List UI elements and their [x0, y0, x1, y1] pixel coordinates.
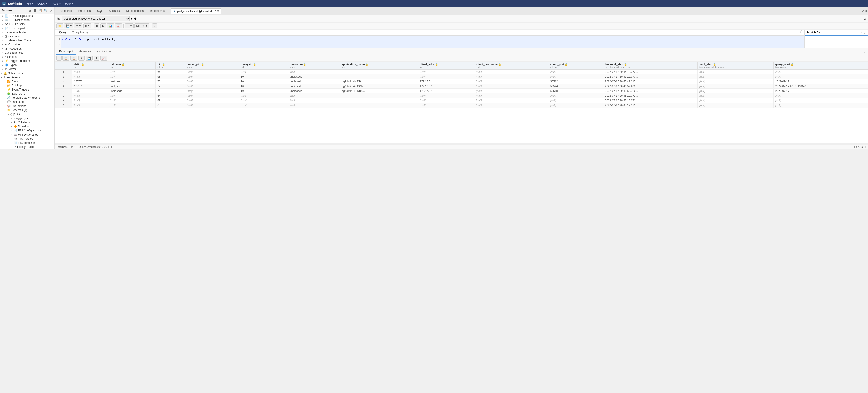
- browser-search-icon[interactable]: 🔍: [43, 8, 48, 13]
- scratch-pad-expand-icon[interactable]: ⤢: [864, 31, 866, 34]
- col-header-client_hostname[interactable]: client_hostname 🔒text: [474, 62, 549, 69]
- tab-dashboard[interactable]: Dashboard: [55, 8, 75, 14]
- tab-statistics[interactable]: Statistics: [105, 8, 123, 14]
- col-header-client_addr[interactable]: client_addr 🔒inet: [418, 62, 474, 69]
- horizontal-scrollbar[interactable]: [55, 143, 868, 145]
- tree-item[interactable]: ▾◇public: [0, 112, 54, 116]
- tree-item[interactable]: ›()Procedures: [0, 47, 54, 51]
- tree-item[interactable]: ›🗃Foreign Tables: [0, 145, 54, 149]
- tree-item[interactable]: ›🔷Types: [0, 63, 54, 67]
- col-header-pid[interactable]: pid 🔒integer: [156, 62, 185, 69]
- col-header-query_start[interactable]: query_start 🔒timestamp: [773, 62, 868, 69]
- tree-item[interactable]: ›🔁Casts: [0, 79, 54, 83]
- col-header-datid[interactable]: datid 🔒oid: [72, 62, 108, 69]
- save-btn[interactable]: 💾 ▾: [64, 23, 73, 28]
- tab-close-btn[interactable]: ×: [217, 9, 219, 13]
- col-header-backend_start[interactable]: backend_start 🔒timestamp with time zone: [603, 62, 698, 69]
- tree-item[interactable]: ›AaFTS Parsers: [0, 137, 54, 141]
- panel-restore-icon[interactable]: ↺: [864, 17, 866, 21]
- col-header-leader_pid[interactable]: leader_pid 🔒integer: [185, 62, 239, 69]
- tree-item[interactable]: ›🔔Subscriptions: [0, 71, 54, 75]
- save-data-btn[interactable]: 💾: [86, 56, 93, 61]
- tree-item[interactable]: ›⚡Trigger Functions: [0, 59, 54, 63]
- tab-properties[interactable]: Properties: [75, 8, 94, 14]
- table-row[interactable]: 7[null][null]63[null][null][null][null][…: [55, 98, 868, 103]
- scratch-pad-textarea[interactable]: [805, 36, 868, 48]
- table-row[interactable]: 413757postgres77[null]10unbiasedcpgAdmin…: [55, 84, 868, 89]
- edit-btn[interactable]: ✏ ▾: [74, 23, 82, 28]
- tree-item[interactable]: ▾🗄unbiasedc: [0, 75, 54, 79]
- col-header-application_name[interactable]: application_name 🔒text: [340, 62, 418, 69]
- delete-row-btn[interactable]: 🗑: [79, 56, 85, 61]
- run-btn[interactable]: ▶: [100, 23, 106, 28]
- tree-item[interactable]: ›🗃Foreign Tables: [0, 30, 54, 34]
- tree-item[interactable]: ▾📁Schemas (1): [0, 108, 54, 112]
- more-btn[interactable]: ⋮ ▾: [125, 23, 133, 28]
- add-row-btn[interactable]: +: [56, 56, 62, 61]
- browser-properties-icon[interactable]: 📋: [38, 8, 42, 13]
- tree-item[interactable]: ›📄FTS Configurations: [0, 14, 54, 18]
- chart-btn[interactable]: 📈: [100, 56, 107, 61]
- query-expand-icon[interactable]: ⤢: [800, 30, 803, 35]
- tree-item[interactable]: ›📄FTS Configurations: [0, 129, 54, 133]
- download-btn[interactable]: ⬇: [94, 56, 99, 61]
- explain-btn[interactable]: 📊: [107, 23, 114, 28]
- tree-item[interactable]: ›🔗Foreign Data Wrappers: [0, 96, 54, 100]
- tree-item[interactable]: ›⚙Operators: [0, 43, 54, 47]
- col-header-username[interactable]: username 🔒name: [288, 62, 340, 69]
- table-row[interactable]: 2[null][null]68[null]10unbiasedc[null][n…: [55, 74, 868, 79]
- tab-expand-icon[interactable]: ⤢: [861, 9, 864, 13]
- browser-more-icon[interactable]: ▷: [49, 8, 53, 13]
- panel-close-icon[interactable]: ×: [865, 9, 867, 13]
- tab-notifications[interactable]: Notifications: [94, 49, 114, 55]
- col-header-datname[interactable]: datname 🔒name: [108, 62, 156, 69]
- tree-item[interactable]: ›A↓Collations: [0, 120, 54, 124]
- scratch-pad-close-btn[interactable]: ×: [860, 31, 862, 34]
- limit-btn[interactable]: No limit ▾: [134, 23, 149, 28]
- stop-btn[interactable]: ■: [94, 23, 99, 28]
- tree-item[interactable]: ›1.3Sequences: [0, 51, 54, 55]
- open-file-btn[interactable]: 📁: [56, 23, 63, 28]
- tree-item[interactable]: ›AaFTS Parsers: [0, 22, 54, 26]
- help-btn[interactable]: ?: [152, 23, 157, 28]
- tab-query-history[interactable]: Query History: [69, 30, 91, 35]
- table-row[interactable]: 313757postgres70[null]10unbiasedcpgAdmin…: [55, 79, 868, 84]
- tab-messages[interactable]: Messages: [76, 49, 94, 55]
- tab-query[interactable]: Query: [56, 30, 69, 35]
- tree-item[interactable]: ›💬Languages: [0, 100, 54, 104]
- col-header-client_port[interactable]: client_port 🔒integer: [548, 62, 603, 69]
- menu-tools[interactable]: Tools ▾: [50, 1, 62, 6]
- connection-action-icon[interactable]: ⚙: [134, 17, 137, 21]
- col-header-xact_start[interactable]: xact_start 🔒timestamp with time zone: [698, 62, 773, 69]
- copy-btn[interactable]: 📋: [62, 56, 69, 61]
- tab-data-output[interactable]: Data output: [56, 49, 76, 55]
- tree-item[interactable]: ›{}Functions: [0, 34, 54, 38]
- explain-analyze-btn[interactable]: 📈: [115, 23, 122, 28]
- tab-dependencies[interactable]: Dependencies: [123, 8, 147, 14]
- query-editor[interactable]: select * from pg_stat_activity;: [61, 36, 804, 48]
- menu-object[interactable]: Object ▾: [36, 1, 49, 6]
- table-row[interactable]: 516384unbiasedc73[null]10unbiasedcpgAdmi…: [55, 89, 868, 93]
- col-header-usesysid[interactable]: usesysid 🔒oid: [239, 62, 288, 69]
- tree-item[interactable]: ›ΣAggregates: [0, 116, 54, 120]
- data-expand-icon[interactable]: ⤢: [864, 50, 866, 53]
- tree-item[interactable]: ›📂Catalogs: [0, 83, 54, 88]
- tree-item[interactable]: ›🗂Materialized Views: [0, 38, 54, 43]
- connection-dropdown-icon[interactable]: ▾: [131, 17, 133, 21]
- data-table-container[interactable]: datid 🔒oiddatname 🔒namepid 🔒integerleade…: [55, 62, 868, 143]
- tree-item[interactable]: ›📖FTS Dictionaries: [0, 18, 54, 22]
- tree-item[interactable]: ›🗃Tables: [0, 55, 54, 59]
- table-row[interactable]: 8[null][null]65[null][null][null][null][…: [55, 103, 868, 108]
- browser-grid-icon[interactable]: ⊟: [28, 8, 32, 13]
- tree-item[interactable]: ›🧩Extensions: [0, 92, 54, 96]
- menu-file[interactable]: File ▾: [25, 1, 35, 6]
- connection-select[interactable]: postgres/unbiasedc@local-docker: [62, 16, 130, 21]
- menu-help[interactable]: Help ▾: [63, 1, 75, 6]
- tree-item[interactable]: ›👁Views: [0, 67, 54, 71]
- tree-item[interactable]: ›🔶Domains: [0, 124, 54, 129]
- table-row[interactable]: 1[null][null]66[null][null][null][null][…: [55, 69, 868, 74]
- tree-item[interactable]: ›⚡Event Triggers: [0, 88, 54, 92]
- browser-list-icon[interactable]: ☰: [33, 8, 37, 13]
- tree-item[interactable]: ›📖FTS Dictionaries: [0, 133, 54, 137]
- tree-item[interactable]: ›📢Publications: [0, 104, 54, 108]
